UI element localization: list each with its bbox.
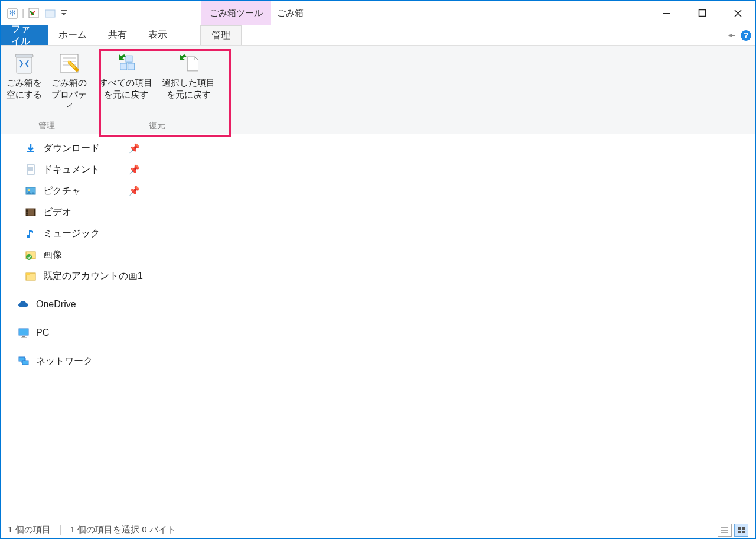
quick-access-toolbar: | [1,6,68,20]
svg-rect-9 [17,57,32,73]
status-selection: 1 個の項目を選択 0 バイト [70,524,176,535]
svg-rect-3 [61,10,67,11]
svg-rect-19 [27,165,34,174]
svg-rect-40 [22,361,28,365]
maximize-button[interactable] [685,1,720,25]
restore-selected-label-1: 選択した項目 [162,78,215,87]
nav-label: 画像 [43,249,62,261]
tab-file[interactable]: ファイル [1,25,48,45]
nav-label: ダウンロード [43,142,100,155]
recycle-bin-icon [5,6,19,20]
nav-item-pictures[interactable]: ピクチャ 📌 [24,180,148,202]
empty-bin-label-1: ごみ箱を [6,78,42,87]
properties-label-2: プロパティ [51,90,87,111]
restore-selected-icon [175,50,201,76]
svg-rect-36 [19,329,28,335]
minimize-button[interactable] [649,1,685,25]
empty-recycle-bin-button[interactable]: ごみ箱を空にする [3,49,45,119]
properties-icon[interactable] [27,6,41,20]
restore-all-label-1: すべての項目 [99,78,152,87]
main-area: ダウンロード 📌 ドキュメント 📌 ピクチャ 📌 ビデオ ミュージック 画像 既… [1,134,755,521]
view-large-icons-button[interactable] [734,524,748,537]
window-title: ごみ箱 [277,8,304,19]
nav-item-documents[interactable]: ドキュメント 📌 [24,159,148,180]
nav-item-network[interactable]: ネットワーク [17,350,148,372]
svg-rect-16 [120,63,127,70]
svg-rect-5 [699,10,706,17]
ribbon-tabs: ファイル ホーム 共有 表示 管理 ? [1,25,755,46]
folder-icon [24,270,37,283]
svg-rect-35 [26,273,30,275]
nav-item-music[interactable]: ミュージック [24,223,148,244]
svg-rect-44 [738,527,741,530]
svg-rect-46 [738,531,741,533]
nav-label: ドキュメント [43,164,100,176]
qat-dropdown-icon[interactable] [60,9,68,17]
nav-item-default-account-pics[interactable]: 既定のアカウントの画1 [24,265,148,287]
ribbon: ごみ箱を空にする ごみ箱のプロパティ 管理 すべての項目を元に戻す [1,46,755,134]
new-folder-icon[interactable] [43,6,57,20]
restore-all-icon [113,50,139,76]
network-icon [17,355,30,368]
view-details-button[interactable] [718,524,732,537]
svg-rect-17 [128,63,135,70]
close-button[interactable] [720,1,755,25]
properties-label-1: ごみ箱の [51,78,87,87]
restore-selected-button[interactable]: 選択した項目を元に戻す [158,49,219,119]
pin-icon[interactable]: 📌 [129,143,140,154]
empty-bin-label-2: 空にする [6,90,42,99]
nav-item-images[interactable]: 画像 [24,244,148,265]
title-bar: | ごみ箱ツール ごみ箱 [1,1,755,25]
qat-separator: | [22,8,24,18]
nav-item-onedrive[interactable]: OneDrive [17,294,148,315]
svg-point-29 [27,212,28,213]
pictures-icon [24,184,37,197]
ribbon-group-restore: すべての項目を元に戻す 選択した項目を元に戻す 復元 [93,46,221,134]
status-item-count: 1 個の項目 [8,524,51,535]
document-icon [24,163,37,176]
svg-point-33 [26,254,32,260]
content-pane[interactable] [148,134,755,521]
pin-ribbon-icon[interactable] [726,30,737,41]
nav-item-videos[interactable]: ビデオ [24,202,148,223]
window-controls [649,1,755,25]
nav-label: 既定のアカウントの画1 [43,270,143,283]
recycle-bin-properties-button[interactable]: ごみ箱のプロパティ [48,49,90,119]
group-label-restore: 復元 [149,119,165,132]
contextual-tab-label: ごみ箱ツール [201,1,271,25]
pc-icon [17,326,30,339]
svg-rect-4 [663,13,670,14]
svg-rect-38 [21,337,27,338]
svg-rect-10 [15,54,33,57]
pin-icon[interactable]: 📌 [129,164,140,175]
status-bar: 1 個の項目 1 個の項目を選択 0 バイト [1,521,755,538]
download-icon [24,142,37,155]
nav-label: ミュージック [43,228,100,240]
nav-item-downloads[interactable]: ダウンロード 📌 [24,138,148,159]
video-icon [24,206,37,219]
tab-share[interactable]: 共有 [97,25,138,45]
recycle-bin-large-icon [11,50,37,76]
nav-item-pc[interactable]: PC [17,322,148,343]
svg-rect-47 [742,531,745,533]
navigation-pane: ダウンロード 📌 ドキュメント 📌 ピクチャ 📌 ビデオ ミュージック 画像 既… [1,134,148,521]
nav-label: ネットワーク [36,355,93,368]
tab-manage[interactable]: 管理 [200,25,242,45]
onedrive-icon [17,298,30,311]
music-icon [24,227,37,240]
tab-view[interactable]: 表示 [138,25,178,45]
svg-text:?: ? [744,31,749,40]
svg-point-31 [27,235,30,238]
svg-rect-6 [732,35,735,36]
pin-icon[interactable]: 📌 [129,186,140,196]
nav-label: ビデオ [43,206,71,219]
svg-point-28 [27,209,28,210]
folder-sync-icon [24,248,37,261]
svg-rect-2 [45,10,55,17]
group-label-manage: 管理 [38,119,55,132]
status-separator [60,525,61,535]
tab-home[interactable]: ホーム [48,25,97,45]
restore-all-label-2: を元に戻す [104,90,148,99]
restore-all-button[interactable]: すべての項目を元に戻す [96,49,156,119]
help-icon[interactable]: ? [740,30,752,41]
